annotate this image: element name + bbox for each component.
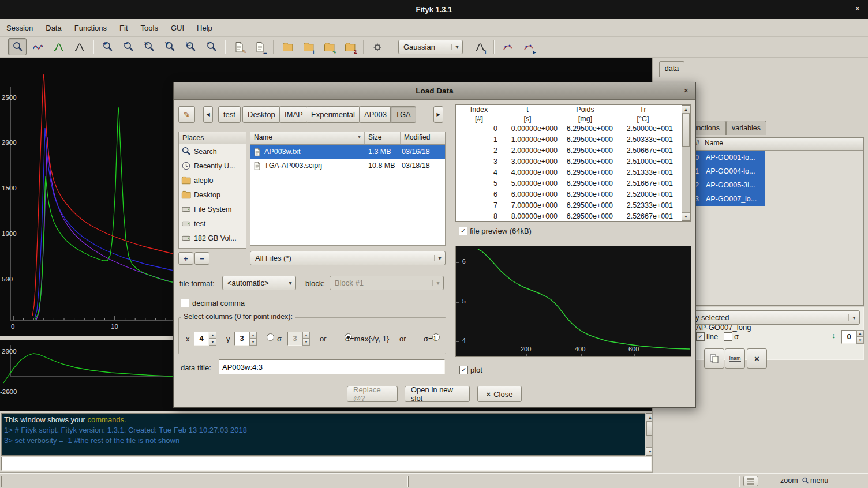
scroll-down-icon[interactable]: ▼ xyxy=(682,212,690,220)
spin-down-icon[interactable]: ▼ xyxy=(209,339,216,346)
sigma-column-label: σ xyxy=(277,335,282,343)
zoom-x-button[interactable]: x xyxy=(140,38,158,55)
place-desktop[interactable]: Desktop xyxy=(179,187,246,202)
line-checkbox[interactable]: ✓ xyxy=(696,332,705,341)
data-points-icon xyxy=(33,42,44,52)
menu-functions[interactable]: Functions xyxy=(68,20,113,36)
column-header-filename[interactable]: Name▾ xyxy=(250,132,365,144)
zoom-mode-button[interactable] xyxy=(8,38,27,55)
spin-up-icon[interactable]: ▲ xyxy=(856,330,864,337)
place-search[interactable]: Search xyxy=(179,144,246,159)
data-title-input[interactable] xyxy=(219,359,445,374)
zoom-in-button[interactable]: + xyxy=(98,38,117,55)
status-indicator-button[interactable] xyxy=(743,476,758,486)
spin-up-icon[interactable]: ▲ xyxy=(209,332,216,339)
tab-variables[interactable]: variables xyxy=(726,121,766,135)
scrollbar-thumb[interactable] xyxy=(682,114,690,147)
breadcrumb-forward-button[interactable]: ▶ xyxy=(433,106,443,123)
open-session-button[interactable] xyxy=(278,38,297,55)
fit-run-button[interactable] xyxy=(499,38,517,55)
file-preview-checkbox[interactable]: ✓ xyxy=(459,227,467,235)
menu-help[interactable]: Help xyxy=(190,20,219,36)
scroll-up-icon[interactable]: ▲ xyxy=(682,106,690,114)
menu-data[interactable]: Data xyxy=(39,20,68,36)
tab-data[interactable]: data xyxy=(659,61,684,77)
column-header-size[interactable]: Size xyxy=(365,132,401,144)
plot-checkbox[interactable]: ✓ xyxy=(459,366,468,374)
function-type-select[interactable]: Gaussian ▾ xyxy=(398,40,463,54)
file-row[interactable]: TGA-AP003.sciprj 10.8 MB 03/18/18 xyxy=(250,159,445,172)
sigma-checkbox[interactable] xyxy=(724,332,732,341)
place-file-system[interactable]: File System xyxy=(179,202,246,216)
x-column-spinner[interactable]: 4 ▲▼ xyxy=(194,332,216,346)
spin-up-icon[interactable]: ▲ xyxy=(249,332,257,339)
load-data-button[interactable]: ∿ xyxy=(320,38,338,55)
plus-icon: + xyxy=(103,40,107,46)
copy-data-button[interactable] xyxy=(704,348,724,369)
background-mode-button[interactable] xyxy=(50,38,68,55)
point-size-icon: ↕ xyxy=(832,331,836,340)
spin-down-icon[interactable]: ▼ xyxy=(302,339,310,346)
remove-bookmark-button[interactable]: − xyxy=(194,252,209,265)
sigma-column-spinner[interactable]: 3 ▲▼ xyxy=(287,332,310,346)
breadcrumb-desktop[interactable]: Desktop xyxy=(242,106,280,123)
replace-button[interactable]: Replace @? xyxy=(347,386,398,402)
place-recently-used[interactable]: Recently U... xyxy=(179,159,246,173)
execute-script-button[interactable] xyxy=(368,38,387,55)
file-row[interactable]: AP003w.txt 1.3 MB 03/16/18 xyxy=(250,145,445,159)
breadcrumb-imap[interactable]: IMAP xyxy=(279,106,308,123)
sigma-column-radio[interactable] xyxy=(267,333,274,341)
preview-table-scrollbar[interactable]: ▲ ▼ xyxy=(682,105,690,221)
file-icon xyxy=(253,161,261,171)
file-preview-table: Index t Poids Tr [#] [s] [mg] [°C] 00.00… xyxy=(455,104,691,222)
column-header-modified[interactable]: Modified xyxy=(401,132,445,144)
file-format-select[interactable]: <automatic> ▾ xyxy=(222,276,296,290)
place-test[interactable]: test xyxy=(179,216,246,231)
type-location-button[interactable]: ✎ xyxy=(178,106,195,123)
open-new-slot-button[interactable]: Open in new slot xyxy=(405,386,470,402)
zoom-all-button[interactable]: □ xyxy=(181,38,200,55)
fit-continue-button[interactable]: ▶ xyxy=(519,38,538,55)
dialog-close-icon[interactable]: × xyxy=(684,86,689,95)
add-function-button[interactable]: + xyxy=(471,38,489,55)
breadcrumb-tga[interactable]: TGA xyxy=(390,106,416,123)
breadcrumb-ap003[interactable]: AP003 xyxy=(359,106,392,123)
data-table-button[interactable]: ≡ xyxy=(250,38,269,55)
y-column-spinner[interactable]: 3 ▲▼ xyxy=(234,332,257,346)
add-peak-mode-button[interactable] xyxy=(70,38,89,55)
breadcrumb-back-button[interactable]: ◀ xyxy=(203,106,213,123)
place-label: Recently U... xyxy=(194,162,235,170)
point-size-spinner[interactable]: 0 ▲▼ xyxy=(841,330,864,344)
spin-up-icon[interactable]: ▲ xyxy=(302,332,310,339)
decimal-comma-checkbox[interactable] xyxy=(181,299,189,307)
preview-plot[interactable]: -6 -5 -4 200 400 600 xyxy=(455,246,691,357)
session-log-button[interactable]: ✎ xyxy=(230,38,248,55)
menu-gui[interactable]: GUI xyxy=(164,20,190,36)
column-header-name[interactable]: Name xyxy=(702,138,863,150)
place-home[interactable]: aleplo xyxy=(179,173,246,187)
zoom-undo-button[interactable]: ↶ xyxy=(202,38,220,55)
window-close-icon[interactable]: × xyxy=(855,4,860,13)
add-bookmark-button[interactable]: + xyxy=(178,252,193,265)
spin-down-icon[interactable]: ▼ xyxy=(856,337,864,344)
block-select[interactable]: Block #1 ▾ xyxy=(330,276,444,290)
zoom-out-button[interactable]: − xyxy=(119,38,137,55)
edit-data-mode-button[interactable] xyxy=(29,38,47,55)
file-type-filter-select[interactable]: All Files (*) ▾ xyxy=(250,251,446,265)
command-input[interactable] xyxy=(1,457,652,471)
spin-down-icon[interactable]: ▼ xyxy=(249,339,257,346)
menu-session[interactable]: Session xyxy=(0,20,39,36)
delete-data-button[interactable]: × xyxy=(747,348,767,369)
rename-data-button[interactable]: Inam xyxy=(725,348,745,369)
close-button[interactable]: ×Close xyxy=(477,386,522,402)
dialog-titlebar[interactable]: Load Data × xyxy=(174,82,695,100)
breadcrumb-experimental[interactable]: Experimental xyxy=(306,106,360,123)
menu-fit[interactable]: Fit xyxy=(113,20,134,36)
place-volume[interactable]: 182 GB Vol... xyxy=(179,231,246,245)
dataset-name: AP-GO004-lo... xyxy=(702,164,765,178)
export-data-button[interactable]: Σ xyxy=(341,38,359,55)
save-session-button[interactable]: + xyxy=(299,38,317,55)
breadcrumb-test[interactable]: test xyxy=(218,106,241,123)
zoom-y-button[interactable]: y xyxy=(160,38,179,55)
menu-tools[interactable]: Tools xyxy=(134,20,164,36)
